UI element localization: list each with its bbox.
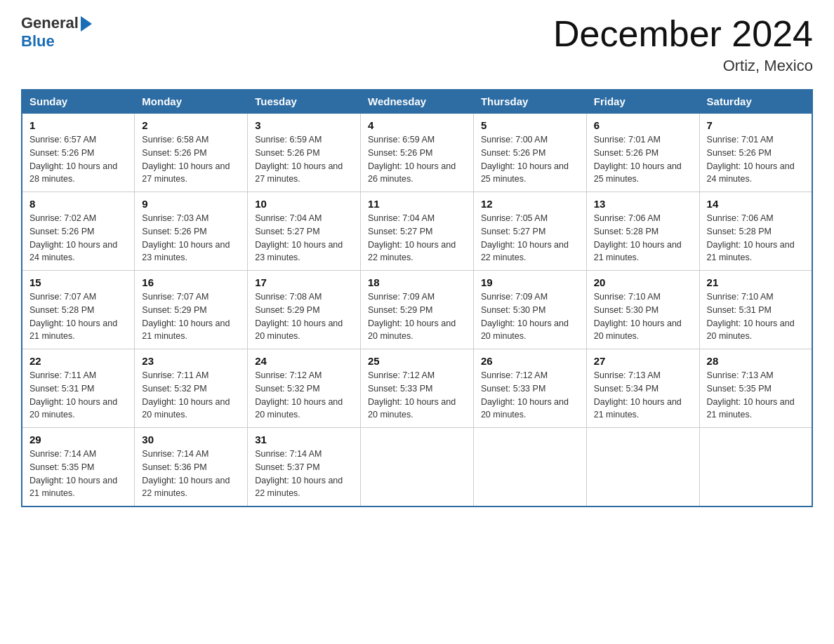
calendar-cell: 10Sunrise: 7:04 AMSunset: 5:27 PMDayligh… xyxy=(248,192,361,271)
day-info: Sunrise: 7:07 AMSunset: 5:29 PMDaylight:… xyxy=(142,292,230,341)
calendar-cell: 25Sunrise: 7:12 AMSunset: 5:33 PMDayligh… xyxy=(361,349,474,428)
day-number: 30 xyxy=(142,434,240,445)
day-number: 13 xyxy=(594,198,692,210)
day-info: Sunrise: 7:10 AMSunset: 5:31 PMDaylight:… xyxy=(707,292,795,341)
day-number: 29 xyxy=(29,434,127,445)
calendar-week-row: 15Sunrise: 7:07 AMSunset: 5:28 PMDayligh… xyxy=(22,271,812,349)
day-number: 18 xyxy=(368,276,466,288)
calendar-cell xyxy=(361,428,474,507)
calendar-cell: 15Sunrise: 7:07 AMSunset: 5:28 PMDayligh… xyxy=(22,271,135,349)
calendar-cell: 9Sunrise: 7:03 AMSunset: 5:26 PMDaylight… xyxy=(135,192,248,271)
calendar-cell: 23Sunrise: 7:11 AMSunset: 5:32 PMDayligh… xyxy=(135,349,248,428)
calendar-cell: 26Sunrise: 7:12 AMSunset: 5:33 PMDayligh… xyxy=(473,349,586,428)
day-info: Sunrise: 6:58 AMSunset: 5:26 PMDaylight:… xyxy=(142,135,230,184)
calendar-cell: 7Sunrise: 7:01 AMSunset: 5:26 PMDaylight… xyxy=(699,114,812,192)
header-right: December 2024 Ortiz, Mexico xyxy=(553,14,813,75)
day-info: Sunrise: 7:06 AMSunset: 5:28 PMDaylight:… xyxy=(707,213,795,262)
day-number: 20 xyxy=(594,276,692,288)
day-number: 7 xyxy=(707,119,805,131)
col-header-sunday: Sunday xyxy=(22,90,135,114)
logo: General Blue xyxy=(21,14,92,51)
day-number: 8 xyxy=(29,198,127,210)
day-info: Sunrise: 7:12 AMSunset: 5:33 PMDaylight:… xyxy=(481,370,569,420)
calendar-cell: 29Sunrise: 7:14 AMSunset: 5:35 PMDayligh… xyxy=(22,428,135,507)
day-number: 6 xyxy=(594,119,692,131)
day-info: Sunrise: 7:11 AMSunset: 5:32 PMDaylight:… xyxy=(142,370,230,420)
day-info: Sunrise: 7:00 AMSunset: 5:26 PMDaylight:… xyxy=(481,135,569,184)
day-info: Sunrise: 7:01 AMSunset: 5:26 PMDaylight:… xyxy=(594,135,682,184)
calendar-cell: 1Sunrise: 6:57 AMSunset: 5:26 PMDaylight… xyxy=(22,114,135,192)
calendar-week-row: 8Sunrise: 7:02 AMSunset: 5:26 PMDaylight… xyxy=(22,192,812,271)
col-header-thursday: Thursday xyxy=(473,90,586,114)
calendar-cell: 19Sunrise: 7:09 AMSunset: 5:30 PMDayligh… xyxy=(473,271,586,349)
calendar-cell: 22Sunrise: 7:11 AMSunset: 5:31 PMDayligh… xyxy=(22,349,135,428)
page-header: General Blue December 2024 Ortiz, Mexico xyxy=(21,14,813,75)
day-info: Sunrise: 7:03 AMSunset: 5:26 PMDaylight:… xyxy=(142,213,230,262)
calendar-cell: 5Sunrise: 7:00 AMSunset: 5:26 PMDaylight… xyxy=(473,114,586,192)
location-label: Ortiz, Mexico xyxy=(553,57,813,75)
day-number: 17 xyxy=(255,276,353,288)
day-number: 23 xyxy=(142,355,240,367)
calendar-cell: 30Sunrise: 7:14 AMSunset: 5:36 PMDayligh… xyxy=(135,428,248,507)
calendar-cell: 8Sunrise: 7:02 AMSunset: 5:26 PMDaylight… xyxy=(22,192,135,271)
calendar-cell: 12Sunrise: 7:05 AMSunset: 5:27 PMDayligh… xyxy=(473,192,586,271)
calendar-table: SundayMondayTuesdayWednesdayThursdayFrid… xyxy=(21,89,813,507)
day-info: Sunrise: 7:08 AMSunset: 5:29 PMDaylight:… xyxy=(255,292,343,341)
day-number: 2 xyxy=(142,119,240,131)
month-title: December 2024 xyxy=(553,14,813,54)
calendar-cell: 18Sunrise: 7:09 AMSunset: 5:29 PMDayligh… xyxy=(361,271,474,349)
day-info: Sunrise: 7:01 AMSunset: 5:26 PMDaylight:… xyxy=(707,135,795,184)
day-info: Sunrise: 7:12 AMSunset: 5:33 PMDaylight:… xyxy=(368,370,456,420)
day-info: Sunrise: 7:14 AMSunset: 5:36 PMDaylight:… xyxy=(142,449,230,498)
day-info: Sunrise: 7:14 AMSunset: 5:35 PMDaylight:… xyxy=(29,449,117,498)
calendar-cell: 21Sunrise: 7:10 AMSunset: 5:31 PMDayligh… xyxy=(699,271,812,349)
day-info: Sunrise: 7:02 AMSunset: 5:26 PMDaylight:… xyxy=(29,213,117,262)
day-number: 19 xyxy=(481,276,579,288)
calendar-cell: 17Sunrise: 7:08 AMSunset: 5:29 PMDayligh… xyxy=(248,271,361,349)
calendar-cell: 24Sunrise: 7:12 AMSunset: 5:32 PMDayligh… xyxy=(248,349,361,428)
day-info: Sunrise: 7:04 AMSunset: 5:27 PMDaylight:… xyxy=(255,213,343,262)
day-info: Sunrise: 6:57 AMSunset: 5:26 PMDaylight:… xyxy=(29,135,117,184)
day-number: 22 xyxy=(29,355,127,367)
day-number: 25 xyxy=(368,355,466,367)
day-number: 9 xyxy=(142,198,240,210)
day-number: 10 xyxy=(255,198,353,210)
day-info: Sunrise: 7:09 AMSunset: 5:30 PMDaylight:… xyxy=(481,292,569,341)
calendar-week-row: 22Sunrise: 7:11 AMSunset: 5:31 PMDayligh… xyxy=(22,349,812,428)
day-info: Sunrise: 6:59 AMSunset: 5:26 PMDaylight:… xyxy=(368,135,456,184)
calendar-cell: 6Sunrise: 7:01 AMSunset: 5:26 PMDaylight… xyxy=(586,114,699,192)
col-header-wednesday: Wednesday xyxy=(361,90,474,114)
calendar-cell: 28Sunrise: 7:13 AMSunset: 5:35 PMDayligh… xyxy=(699,349,812,428)
day-number: 14 xyxy=(707,198,805,210)
col-header-friday: Friday xyxy=(586,90,699,114)
day-number: 28 xyxy=(707,355,805,367)
day-number: 4 xyxy=(368,119,466,131)
day-number: 16 xyxy=(142,276,240,288)
logo-general-text: General xyxy=(21,14,79,32)
day-number: 21 xyxy=(707,276,805,288)
day-info: Sunrise: 7:13 AMSunset: 5:34 PMDaylight:… xyxy=(594,370,682,420)
day-info: Sunrise: 7:13 AMSunset: 5:35 PMDaylight:… xyxy=(707,370,795,420)
calendar-week-row: 1Sunrise: 6:57 AMSunset: 5:26 PMDaylight… xyxy=(22,114,812,192)
day-number: 5 xyxy=(481,119,579,131)
day-info: Sunrise: 7:07 AMSunset: 5:28 PMDaylight:… xyxy=(29,292,117,341)
calendar-cell: 13Sunrise: 7:06 AMSunset: 5:28 PMDayligh… xyxy=(586,192,699,271)
day-info: Sunrise: 7:12 AMSunset: 5:32 PMDaylight:… xyxy=(255,370,343,420)
day-info: Sunrise: 7:14 AMSunset: 5:37 PMDaylight:… xyxy=(255,449,343,498)
day-info: Sunrise: 7:10 AMSunset: 5:30 PMDaylight:… xyxy=(594,292,682,341)
day-number: 24 xyxy=(255,355,353,367)
logo-blue-text: Blue xyxy=(21,32,55,50)
col-header-tuesday: Tuesday xyxy=(248,90,361,114)
day-info: Sunrise: 7:05 AMSunset: 5:27 PMDaylight:… xyxy=(481,213,569,262)
calendar-cell: 16Sunrise: 7:07 AMSunset: 5:29 PMDayligh… xyxy=(135,271,248,349)
day-number: 27 xyxy=(594,355,692,367)
day-info: Sunrise: 7:04 AMSunset: 5:27 PMDaylight:… xyxy=(368,213,456,262)
day-info: Sunrise: 7:09 AMSunset: 5:29 PMDaylight:… xyxy=(368,292,456,341)
day-number: 11 xyxy=(368,198,466,210)
calendar-cell: 4Sunrise: 6:59 AMSunset: 5:26 PMDaylight… xyxy=(361,114,474,192)
calendar-cell: 2Sunrise: 6:58 AMSunset: 5:26 PMDaylight… xyxy=(135,114,248,192)
calendar-cell: 31Sunrise: 7:14 AMSunset: 5:37 PMDayligh… xyxy=(248,428,361,507)
col-header-saturday: Saturday xyxy=(699,90,812,114)
calendar-cell: 20Sunrise: 7:10 AMSunset: 5:30 PMDayligh… xyxy=(586,271,699,349)
calendar-cell: 3Sunrise: 6:59 AMSunset: 5:26 PMDaylight… xyxy=(248,114,361,192)
